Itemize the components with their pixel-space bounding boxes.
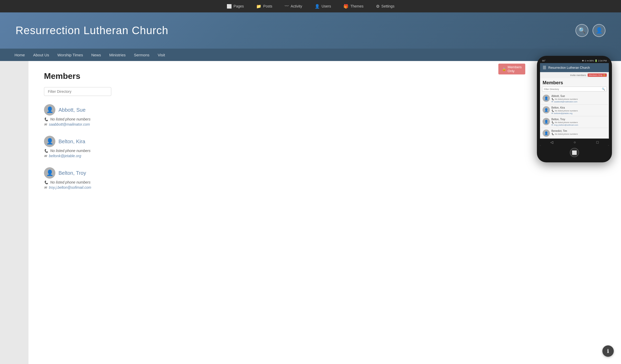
member-email-row: ✉ beltonk@jetable.org xyxy=(44,154,220,158)
gray-sidebar xyxy=(0,61,28,364)
phone-list-item: 👤 Belton, Kira 📞 No listed phone numbers… xyxy=(541,105,608,116)
phone-members-only-badge: Members Only 🔒 xyxy=(588,73,607,77)
member-row: 👤 Belton, Kira xyxy=(44,136,220,147)
member-row: 👤 Abbott, Sue xyxy=(44,104,220,116)
admin-nav-themes[interactable]: 🎁 Themes xyxy=(343,4,364,9)
phone-filter-icon: 🔍 xyxy=(602,88,605,90)
filter-directory-input[interactable] xyxy=(44,87,111,96)
admin-nav-users[interactable]: 👤 Users xyxy=(315,4,331,9)
nav-home[interactable]: Home xyxy=(10,49,29,61)
member-name[interactable]: Abbott, Sue xyxy=(58,107,86,113)
nav-about[interactable]: About Us xyxy=(29,49,53,61)
phone-member-email: ✉ troy.j.belton@sofimail.com xyxy=(551,124,606,126)
phone-device: 90° ✱ ⊙ ● 98% 🔋 2:34 PM ☰ Resurrection L… xyxy=(537,56,612,162)
phone-avatar: 👤 xyxy=(543,106,550,113)
activity-icon: 〰 xyxy=(285,4,289,9)
phone-member-info: Abbott, Sue 📞 No listed phone numbers ✉ … xyxy=(551,95,606,103)
nav-sermons[interactable]: Sermons xyxy=(130,49,154,61)
list-item: 👤 Belton, Troy 📞 No listed phone numbers… xyxy=(44,167,220,189)
phone-member-email: ✉ saabbott@mailinator.com xyxy=(551,101,606,103)
email-icon: ✉ xyxy=(44,123,47,126)
phone-filter-bar: 🔍 xyxy=(542,87,607,92)
admin-nav-activity[interactable]: 〰 Activity xyxy=(285,4,302,9)
page-title: Members xyxy=(44,71,220,81)
list-item: 👤 Abbott, Sue 📞 No listed phone numbers … xyxy=(44,104,220,126)
member-email-link[interactable]: beltonk@jetable.org xyxy=(49,154,81,158)
nav-bar: Home About Us Worship Times News Ministr… xyxy=(0,49,621,61)
phone-screen: ☰ Resurrection Lutheran Church Invite me… xyxy=(540,63,609,146)
phone-phone-icon: 📞 xyxy=(551,98,554,100)
users-icon: 👤 xyxy=(315,4,320,9)
phone-icon: 📞 xyxy=(44,149,48,153)
phone-phone-icon: 📞 xyxy=(551,110,554,112)
phone-mockup-area: 🔒 Members Only 90° ✱ ⊙ ● 98% 🔋 2:34 PM ☰… xyxy=(533,56,621,162)
phone-email-icon: ✉ xyxy=(551,101,553,103)
home-nav-icon[interactable]: ○ xyxy=(574,140,576,144)
member-row: 👤 Belton, Troy xyxy=(44,167,220,179)
phone-member-info: Belton, Troy 📞 No listed phone numbers ✉… xyxy=(551,118,606,126)
pages-icon: ⬜ xyxy=(227,4,232,9)
phone-list-item: 👤 Belton, Troy 📞 No listed phone numbers… xyxy=(541,116,608,128)
member-email-row: ✉ saabbott@mailinator.com xyxy=(44,122,220,126)
search-button[interactable]: 🔍 xyxy=(575,24,588,37)
nav-visit[interactable]: Visit xyxy=(154,49,169,61)
phone-member-phone: 📞 No listed phone numbers xyxy=(551,133,606,135)
phone-email-icon: ✉ xyxy=(551,112,553,115)
recents-nav-icon[interactable]: □ xyxy=(596,140,598,144)
phone-member-phone: 📞 No listed phone numbers xyxy=(551,121,606,124)
phone-members-title: Members xyxy=(540,78,609,87)
phone-home-button[interactable]: ⬜ xyxy=(570,148,579,157)
site-title: Resurrection Lutheran Church xyxy=(16,24,168,37)
nav-worship[interactable]: Worship Times xyxy=(53,49,87,61)
phone-member-name: Benedict, Tim xyxy=(551,130,606,132)
phone-list-item: 👤 Benedict, Tim 📞 No listed phone number… xyxy=(541,128,608,139)
members-only-badge: 🔒 Members Only xyxy=(498,64,525,74)
nav-ministries[interactable]: Ministries xyxy=(105,49,130,61)
phone-member-list: 👤 Abbott, Sue 📞 No listed phone numbers … xyxy=(540,93,609,139)
lock-icon: 🔒 xyxy=(502,67,506,71)
member-name[interactable]: Belton, Troy xyxy=(58,170,86,176)
phone-member-name: Abbott, Sue xyxy=(551,95,606,97)
phone-phone-icon: 📞 xyxy=(551,133,554,135)
phone-home-button-area: ⬜ xyxy=(540,146,609,159)
themes-icon: 🎁 xyxy=(343,4,349,9)
member-email-link[interactable]: saabbott@mailinator.com xyxy=(49,122,90,126)
phone-icon: 📞 xyxy=(44,180,48,184)
main-layout: Members 👤 Abbott, Sue 📞 No listed phone … xyxy=(0,61,621,364)
member-phone: 📞 No listed phone numbers xyxy=(44,117,220,121)
phone-avatar: 👤 xyxy=(543,118,550,125)
list-item: 👤 Belton, Kira 📞 No listed phone numbers… xyxy=(44,136,220,158)
nav-news[interactable]: News xyxy=(87,49,105,61)
phone-member-name: Belton, Troy xyxy=(551,118,606,121)
posts-icon: 📁 xyxy=(256,4,261,9)
phone-phone-icon: 📞 xyxy=(551,121,554,124)
member-email-row: ✉ troy.j.belton@sofimail.com xyxy=(44,185,220,189)
info-icon: ℹ xyxy=(607,348,609,354)
member-email-link[interactable]: troy.j.belton@sofimail.com xyxy=(49,185,91,189)
back-nav-icon[interactable]: ◁ xyxy=(550,140,553,144)
phone-filter-input[interactable] xyxy=(544,88,602,90)
admin-nav-pages[interactable]: ⬜ Pages xyxy=(227,4,244,9)
member-name[interactable]: Belton, Kira xyxy=(58,139,85,145)
content-area: Members 👤 Abbott, Sue 📞 No listed phone … xyxy=(28,61,235,364)
phone-email-icon: ✉ xyxy=(551,124,553,126)
hamburger-icon[interactable]: ☰ xyxy=(543,65,546,70)
admin-nav-posts[interactable]: 📁 Posts xyxy=(256,4,272,9)
info-button[interactable]: ℹ xyxy=(602,345,614,357)
email-icon: ✉ xyxy=(44,154,47,158)
user-button[interactable]: 👤 xyxy=(593,24,605,37)
phone-icon: 📞 xyxy=(44,117,48,121)
phone-member-phone: 📞 No listed phone numbers xyxy=(551,98,606,100)
phone-member-info: Benedict, Tim 📞 No listed phone numbers xyxy=(551,130,606,135)
email-icon: ✉ xyxy=(44,186,47,189)
phone-member-info: Belton, Kira 📞 No listed phone numbers ✉… xyxy=(551,106,606,115)
avatar: 👤 xyxy=(44,167,55,179)
member-phone: 📞 No listed phone numbers xyxy=(44,180,220,184)
phone-list-item: 👤 Abbott, Sue 📞 No listed phone numbers … xyxy=(541,93,608,105)
phone-status-bar: 90° ✱ ⊙ ● 98% 🔋 2:34 PM xyxy=(540,59,609,63)
hero-icon-group: 🔍 👤 xyxy=(575,24,605,37)
admin-nav-settings[interactable]: ⚙ Settings xyxy=(376,4,395,9)
avatar: 👤 xyxy=(44,104,55,116)
phone-member-phone: 📞 No listed phone numbers xyxy=(551,110,606,112)
avatar: 👤 xyxy=(44,136,55,147)
